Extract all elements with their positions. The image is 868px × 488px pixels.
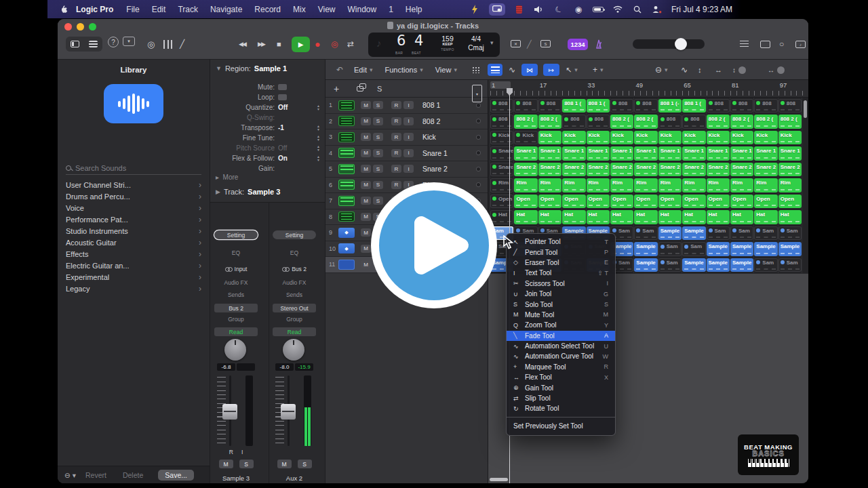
menubar-app-name[interactable]: Logic Pro [76, 5, 113, 14]
shortcut-bolt-icon[interactable] [469, 4, 480, 15]
region-rim[interactable]: Rim [730, 178, 753, 192]
region-open[interactable]: Open [587, 195, 610, 209]
snap-menu[interactable]: ⊖ ▾ [655, 60, 668, 80]
mute-button[interactable]: M [361, 149, 371, 157]
delete-button[interactable]: Delete [123, 471, 143, 479]
region-808-1[interactable]: 808 1 ( [587, 99, 610, 113]
region-kick[interactable]: Kick [490, 131, 513, 145]
fader-cap[interactable] [222, 404, 237, 420]
bar-ruler[interactable]: 1173349658197 [488, 80, 808, 98]
library-item-user-channel-stri[interactable]: User Channel Stri...› [58, 179, 210, 190]
input-monitor-button[interactable]: I [403, 165, 414, 173]
region-snare-1[interactable]: Snare 1 [587, 146, 610, 161]
menu-view[interactable]: View▾ [435, 66, 457, 74]
region-hat[interactable]: Hat [658, 210, 682, 224]
screen-mirroring-icon[interactable] [489, 3, 505, 16]
region-808-2[interactable]: 808 2 ( [707, 115, 730, 129]
add-track-button[interactable]: + [334, 80, 339, 98]
region-kick[interactable]: Kick [730, 131, 753, 145]
region-808[interactable]: 808 [490, 99, 513, 113]
region-snare-1[interactable]: Snare 1 [658, 146, 682, 161]
input-monitor-button[interactable]: I [403, 133, 414, 141]
region-808[interactable]: 808 [682, 115, 705, 129]
solo-button[interactable]: S [298, 460, 312, 468]
loop-browser-icon[interactable]: ○ [779, 37, 784, 52]
play-button[interactable]: ▶ [292, 37, 310, 52]
tool-menu-item-marquee-tool[interactable]: +Marquee ToolR [507, 362, 615, 372]
input-monitor-button[interactable]: I [403, 117, 414, 125]
region-808-2[interactable]: 808 2 ( [778, 115, 802, 129]
tool-menu-item-slip-tool[interactable]: ⇄Slip Tool [507, 393, 615, 403]
automation-mode-button[interactable]: Read [273, 327, 316, 336]
region-808[interactable]: 808 [587, 115, 610, 129]
region-sample[interactable]: Sample [682, 258, 705, 272]
region-snare-1[interactable]: Snare 1 [754, 146, 777, 161]
waveform-zoom-icon[interactable]: ∿ [681, 60, 688, 80]
region-808-2[interactable]: 808 2 ( [754, 115, 777, 129]
record-enable-button[interactable]: R [391, 149, 401, 157]
output-button[interactable]: Stereo Out [273, 304, 316, 312]
menubar-item-record[interactable]: Record [248, 5, 287, 14]
region-snare-2[interactable]: Snare 2 [682, 163, 705, 177]
menubar-item-help[interactable]: Help [399, 5, 429, 14]
menubar-item-mix[interactable]: Mix [287, 5, 312, 14]
io-row[interactable]: Input [214, 266, 258, 272]
region-sam[interactable]: Sam [707, 226, 730, 241]
region-hat[interactable]: Hat [587, 210, 610, 224]
spotlight-search-icon[interactable] [632, 4, 643, 15]
solo-button[interactable]: S [239, 460, 254, 468]
library-panel-toggle[interactable] [66, 37, 84, 52]
region-808-2[interactable]: 808 2 ( [514, 115, 537, 129]
library-item-effects[interactable]: Effects› [58, 248, 210, 260]
media-browser-icon[interactable]: ♪ [795, 41, 806, 48]
search-input[interactable]: Search Sounds [66, 161, 201, 175]
region-hat[interactable]: Hat [490, 210, 513, 224]
region-snare-2[interactable]: Snare 2 [707, 163, 730, 177]
mute-button[interactable]: M [277, 460, 292, 468]
region-808-2[interactable]: 808 2 ( [730, 115, 753, 129]
tool-menu-item-scissors-tool[interactable]: ✂Scissors ToolI [507, 279, 615, 289]
region-sample[interactable]: Sample [634, 258, 657, 272]
record-button[interactable]: ● [315, 37, 320, 52]
revert-button[interactable]: Revert [85, 471, 106, 479]
stepper-icon[interactable]: ▲▼ [317, 155, 320, 161]
mute-button[interactable]: M [361, 197, 371, 205]
menubar-item-view[interactable]: View [312, 5, 342, 14]
region-snare-2[interactable]: Snare 2 [587, 163, 610, 177]
region-hat[interactable]: Hat [562, 210, 585, 224]
region-rim[interactable]: Rim [610, 178, 633, 192]
region-sam[interactable]: Sam [682, 242, 705, 256]
region-hat[interactable]: Hat [682, 210, 705, 224]
note-pads-icon[interactable] [760, 41, 770, 48]
mute-button[interactable]: M [361, 228, 371, 237]
catch-playhead-icon[interactable]: ↦ [543, 64, 559, 76]
list-editors-icon[interactable] [740, 37, 749, 52]
region-rim[interactable]: Rim [562, 178, 585, 192]
input-monitor-button[interactable]: I [403, 101, 414, 109]
user-switch-icon[interactable] [652, 4, 663, 15]
library-action-menu[interactable]: ⊖ ▾ [64, 471, 76, 479]
apple-menu-icon[interactable] [58, 4, 69, 15]
region-kick[interactable]: Kick [514, 131, 537, 145]
channel-setting-button[interactable]: Setting [214, 230, 258, 239]
library-item-performance-pat[interactable]: Performance Pat...› [58, 214, 210, 225]
tool-menu-item-flex-tool[interactable]: ↔Flex ToolX [507, 372, 615, 382]
rewind-button[interactable]: ◀◀ [239, 37, 245, 52]
region-open[interactable]: Open [514, 195, 537, 209]
region-sam[interactable]: Sam [778, 226, 802, 241]
volume-knob[interactable] [675, 38, 687, 50]
pencil-edit-icon[interactable]: ╱ [180, 37, 184, 52]
library-item-legacy[interactable]: Legacy› [58, 283, 210, 294]
region-snare-2[interactable]: Snare 2 [754, 163, 777, 177]
lcd-chevron-icon[interactable]: ▾ [490, 39, 494, 46]
record-enable-button[interactable]: R [391, 101, 401, 109]
automation-icon[interactable]: ∿ [509, 60, 515, 80]
wifi-icon[interactable] [612, 4, 623, 15]
menubar-item-1[interactable]: 1 [382, 5, 399, 14]
region-snare-1[interactable]: Snare 1 [682, 146, 705, 161]
horizontal-zoom-icon[interactable]: ↔ [715, 60, 722, 80]
region-sample[interactable]: Sample [707, 258, 730, 272]
region-kick[interactable]: Kick [707, 131, 730, 145]
region-rim[interactable]: Rim [587, 178, 610, 192]
region-snare-2[interactable]: Snare 2 [514, 163, 537, 177]
